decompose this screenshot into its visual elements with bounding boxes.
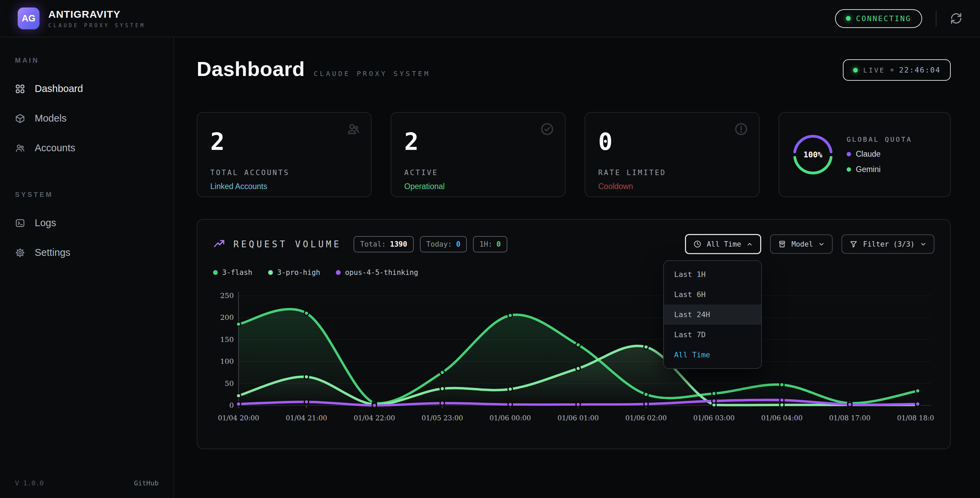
quota-legend-label: Gemini: [856, 165, 881, 174]
svg-text:0: 0: [229, 401, 234, 409]
gemini-dot-icon: [846, 167, 851, 172]
badge-value: 1390: [390, 240, 407, 248]
live-label: LIVE: [863, 66, 885, 74]
svg-text:01/06 01:00: 01/06 01:00: [557, 414, 599, 422]
legend-item-3-flash[interactable]: 3-flash: [213, 268, 253, 276]
time-range-button[interactable]: All Time: [685, 234, 761, 254]
legend-item-opus-4-5-thinking[interactable]: opus-4-5-thinking: [336, 268, 418, 276]
menu-item-last-1h[interactable]: Last 1H: [664, 264, 761, 284]
stat-label: TOTAL ACCOUNTS: [210, 169, 358, 177]
legend-dot-icon: [336, 270, 340, 275]
users-icon: [346, 121, 361, 137]
sidebar-item-settings[interactable]: Settings: [0, 238, 173, 267]
menu-item-last-6h[interactable]: Last 6H: [664, 284, 761, 305]
brand: AG ANTIGRAVITY CLAUDE PROXY SYSTEM: [18, 8, 146, 29]
svg-text:01/06 00:00: 01/06 00:00: [490, 414, 531, 422]
svg-text:250: 250: [220, 292, 234, 300]
svg-text:200: 200: [220, 313, 234, 322]
sidebar-item-models[interactable]: Models: [0, 104, 173, 133]
quota-legend-gemini: Gemini: [846, 165, 912, 174]
clock-value: 22:46:04: [899, 66, 940, 74]
claude-dot-icon: [846, 152, 851, 156]
chevron-down-icon: [818, 241, 825, 247]
stat-card-active: 2 ACTIVE Operational: [391, 112, 566, 197]
quota-label: GLOBAL QUOTA: [846, 135, 912, 144]
badge-value: 0: [496, 240, 501, 248]
users-icon: [15, 143, 25, 153]
svg-text:50: 50: [224, 380, 234, 388]
badge-value: 0: [456, 240, 460, 248]
stat-value: 2: [404, 128, 552, 156]
badge-label: Total:: [360, 240, 386, 248]
refresh-icon[interactable]: [950, 12, 962, 24]
chart-title: REQUEST VOLUME: [234, 239, 341, 249]
trending-up-icon: [213, 238, 225, 251]
stat-card-rate-limited: 0 RATE LIMITED Cooldown: [585, 112, 759, 197]
quota-percent: 100%: [791, 132, 835, 177]
grid-icon: [15, 84, 25, 94]
stat-sublabel: Operational: [404, 182, 552, 191]
legend-label: 3-flash: [222, 268, 253, 276]
stat-value: 2: [210, 128, 358, 156]
chevron-down-icon: [920, 241, 927, 247]
funnel-icon: [850, 240, 858, 248]
box-icon: [778, 240, 786, 248]
menu-item-all-time[interactable]: All Time: [664, 345, 761, 365]
quota-legend-claude: Claude: [846, 150, 912, 159]
svg-text:01/05 23:00: 01/05 23:00: [422, 414, 463, 422]
app-version: V 1.0.0: [15, 479, 43, 487]
separator-dot: [891, 69, 894, 72]
github-link[interactable]: GitHub: [134, 479, 159, 487]
legend-item-3-pro-high[interactable]: 3-pro-high: [268, 268, 320, 276]
request-volume-card: REQUEST VOLUME Total:1390 Today:0 1H:0 A…: [197, 219, 951, 449]
legend-label: opus-4-5-thinking: [345, 268, 418, 276]
sidebar-item-logs[interactable]: Logs: [0, 208, 173, 238]
stat-value: 0: [598, 128, 746, 156]
legend-label: 3-pro-high: [277, 268, 320, 276]
svg-text:01/04 21:00: 01/04 21:00: [286, 414, 327, 422]
sidebar-item-label: Settings: [35, 247, 70, 258]
sidebar-item-label: Logs: [35, 217, 56, 228]
1h-badge: 1H:0: [473, 236, 508, 252]
menu-item-last-24h[interactable]: Last 24H: [664, 305, 761, 325]
quota-legend-label: Claude: [856, 150, 881, 159]
today-badge: Today:0: [420, 236, 467, 252]
menu-item-last-7d[interactable]: Last 7D: [664, 325, 761, 345]
app-subtitle: CLAUDE PROXY SYSTEM: [48, 22, 146, 29]
svg-text:01/06 04:00: 01/06 04:00: [761, 414, 803, 422]
page-subtitle: CLAUDE PROXY SYSTEM: [314, 70, 430, 78]
sidebar-item-accounts[interactable]: Accounts: [0, 133, 173, 163]
sidebar-item-dashboard[interactable]: Dashboard: [0, 74, 173, 104]
badge-label: Today:: [426, 240, 452, 248]
terminal-icon: [15, 218, 25, 228]
stat-card-total-accounts: 2 TOTAL ACCOUNTS Linked Accounts: [197, 112, 372, 197]
filter-button[interactable]: Filter (3/3): [842, 235, 934, 254]
page-title: Dashboard: [197, 57, 305, 81]
total-badge: Total:1390: [353, 236, 414, 252]
request-volume-chart: 05010015020025001/04 20:0001/04 21:0001/…: [213, 286, 934, 435]
legend-dot-icon: [213, 270, 218, 275]
quota-ring: 100%: [791, 132, 835, 177]
model-button[interactable]: Model: [770, 235, 833, 254]
chevron-up-icon: [746, 241, 753, 247]
live-badge: LIVE 22:46:04: [843, 59, 951, 81]
app-logo: AG: [18, 8, 40, 29]
svg-text:01/06 02:00: 01/06 02:00: [625, 414, 667, 422]
sidebar-item-label: Models: [35, 113, 67, 124]
svg-text:01/06 03:00: 01/06 03:00: [693, 414, 735, 422]
svg-text:150: 150: [220, 335, 234, 344]
time-range-menu: Last 1HLast 6HLast 24HLast 7DAll Time: [663, 260, 762, 369]
logo-text: AG: [22, 13, 36, 24]
svg-text:01/08 18:00: 01/08 18:00: [897, 414, 934, 422]
stat-label: ACTIVE: [404, 169, 552, 177]
time-range-label: All Time: [707, 240, 741, 248]
chart-legend: 3-flash3-pro-highopus-4-5-thinking: [213, 268, 934, 276]
main-content: Dashboard CLAUDE PROXY SYSTEM LIVE 22:46…: [174, 37, 980, 498]
topbar: AG ANTIGRAVITY CLAUDE PROXY SYSTEM CONNE…: [0, 0, 980, 37]
model-label: Model: [791, 240, 813, 248]
live-dot-icon: [853, 68, 858, 73]
nav-section-system: SYSTEM: [0, 191, 173, 199]
svg-text:01/04 22:00: 01/04 22:00: [353, 414, 395, 422]
filter-label: Filter (3/3): [863, 240, 915, 248]
alert-circle-icon: [733, 121, 749, 137]
